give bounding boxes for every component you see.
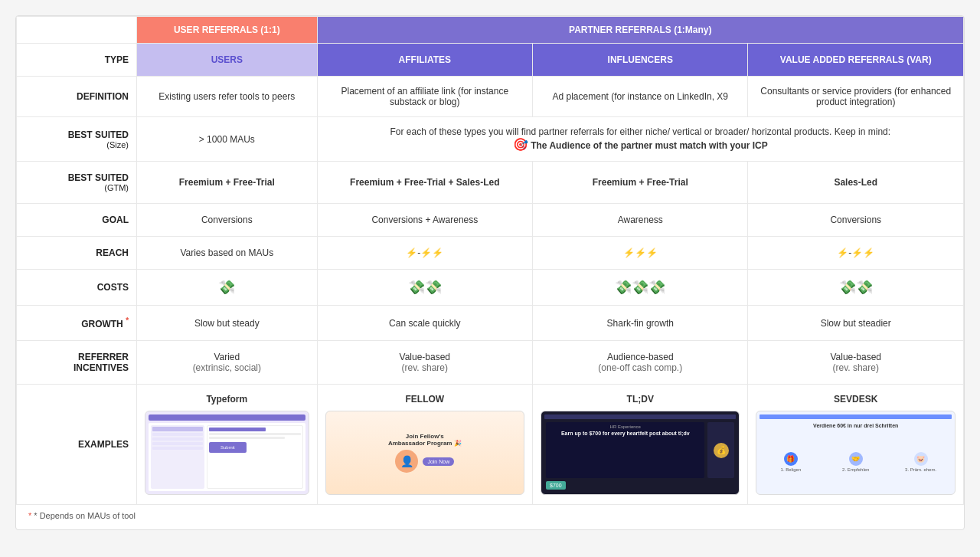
referrer-incentives-users: Varied(extrinsic, social) [137,341,318,385]
goal-affiliates: Conversions + Awareness [317,204,532,237]
goal-var: Conversions [748,204,964,237]
tldv-screenshot: HR Experience Earn up to $700 for every … [541,411,740,495]
examples-label: EXAMPLES [17,385,137,505]
definition-influencers: Ad placement (for instance on LinkedIn, … [533,77,748,117]
typeform-screenshot: Submit [145,411,309,495]
sevdesk-name: SEVDESK [834,394,877,405]
best-suited-gtm-row: BEST SUITED(GTM) Freemium + Free-Trial F… [17,162,964,204]
goal-users: Conversions [137,204,318,237]
referrer-incentives-var: Value-based(rev. share) [748,341,964,385]
reach-label: REACH [17,237,137,270]
costs-affiliates: 💸💸 [317,270,532,306]
referrer-incentives-influencers: Audience-based(one-off cash comp.) [533,341,748,385]
growth-influencers: Shark-fin growth [533,306,748,341]
best-suited-size-users: > 1000 MAUs [137,117,318,162]
var-col-header: VALUE ADDED REFERRALS (VAR) [748,44,964,77]
examples-influencers: TL;DV HR Experience Earn up to $700 for … [533,385,748,505]
affiliates-col-header: AFFILIATES [317,44,532,77]
partner-referrals-header: PARTNER REFERRALS (1:Many) [317,17,963,44]
footnote-asterisk: * [28,511,31,520]
growth-var: Slow but steadier [748,306,964,341]
best-suited-size-sub: (Size) [24,140,129,149]
best-suited-gtm-label: BEST SUITED(GTM) [17,162,137,204]
sevdesk-screenshot: Verdiene 60€ in nur drei Schritten 🎁 1. … [756,411,956,495]
referrer-incentives-affiliates: Value-based(rev. share) [317,341,532,385]
merged-note-text: For each of these types you will find pa… [390,126,890,137]
definition-row: DEFINITION Existing users refer tools to… [17,77,964,117]
examples-users: Typeform [137,385,318,505]
growth-label: GROWTH * [17,306,137,341]
definition-affiliates: Placement of an affiliate link (for inst… [317,77,532,117]
users-col-header: USERS [137,44,318,77]
best-suited-size-row: BEST SUITED(Size) > 1000 MAUs For each o… [17,117,964,162]
growth-asterisk: * [126,316,129,325]
user-referrals-header: USER REFERRALS (1:1) [137,17,318,44]
fellow-screenshot: Join Fellow'sAmbassador Program 🎉 👤 Join… [325,411,524,495]
best-suited-gtm-influencers: Freemium + Free-Trial [533,162,748,204]
fellow-name: FELLOW [405,394,444,405]
goal-influencers: Awareness [533,204,748,237]
growth-users: Slow but steady [137,306,318,341]
best-suited-gtm-var: Sales-Led [748,162,964,204]
costs-row: COSTS 💸 💸💸 💸💸💸 💸💸 [17,270,964,306]
costs-label: COSTS [17,270,137,306]
best-suited-size-merged: For each of these types you will find pa… [317,117,963,162]
examples-row: EXAMPLES Typeform [17,385,964,505]
costs-influencers: 💸💸💸 [533,270,748,306]
costs-users: 💸 [137,270,318,306]
best-suited-gtm-sub: (GTM) [24,183,129,192]
comparison-table: USER REFERRALS (1:1) PARTNER REFERRALS (… [15,15,965,530]
target-icon: 🎯 [513,138,528,151]
growth-affiliates: Can scale quickly [317,306,532,341]
definition-users: Existing users refer tools to peers [137,77,318,117]
reach-influencers: ⚡⚡⚡ [533,237,748,270]
type-label: TYPE [105,54,129,65]
goal-label: GOAL [17,204,137,237]
influencers-col-header: INFLUENCERS [533,44,748,77]
reach-row: REACH Varies based on MAUs ⚡-⚡⚡ ⚡⚡⚡ ⚡-⚡⚡ [17,237,964,270]
typeform-name: Typeform [206,394,247,405]
referrer-incentives-row: REFERRER INCENTIVES Varied(extrinsic, so… [17,341,964,385]
reach-var: ⚡-⚡⚡ [748,237,964,270]
footnote-text: * Depends on MAUs of tool [34,511,136,520]
tldv-name: TL;DV [627,394,654,405]
referrer-incentives-label: REFERRER INCENTIVES [17,341,137,385]
examples-affiliates: FELLOW Join Fellow'sAmbassador Program 🎉… [317,385,532,505]
costs-var: 💸💸 [748,270,964,306]
merged-bold-text: The Audience of the partner must match w… [531,140,768,151]
reach-affiliates: ⚡-⚡⚡ [317,237,532,270]
footnote: * * Depends on MAUs of tool [16,505,964,529]
best-suited-gtm-users: Freemium + Free-Trial [137,162,318,204]
best-suited-size-label: BEST SUITED(Size) [17,117,137,162]
definition-label: DEFINITION [17,77,137,117]
definition-var: Consultants or service providers (for en… [748,77,964,117]
growth-row: GROWTH * Slow but steady Can scale quick… [17,306,964,341]
best-suited-gtm-affiliates: Freemium + Free-Trial + Sales-Led [317,162,532,204]
reach-users: Varies based on MAUs [137,237,318,270]
examples-var: SEVDESK Verdiene 60€ in nur drei Schritt… [748,385,964,505]
goal-row: GOAL Conversions Conversions + Awareness… [17,204,964,237]
